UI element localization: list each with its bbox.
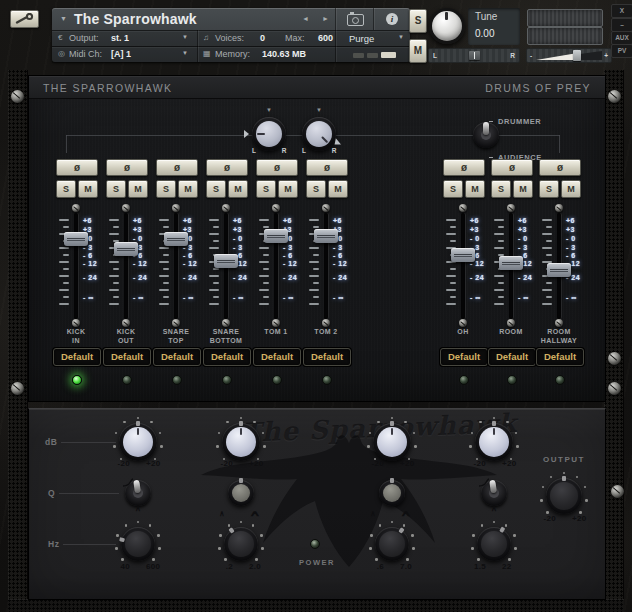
narrow-bell-icon: ∧ — [219, 509, 224, 518]
mute-button[interactable]: M — [328, 180, 348, 198]
fader-handle[interactable] — [114, 242, 138, 256]
solo-button[interactable]: S — [106, 180, 126, 198]
fader-tick — [263, 254, 269, 256]
default-button[interactable]: Default — [488, 348, 536, 366]
info-button[interactable]: i — [373, 8, 411, 30]
solo-button[interactable]: S — [443, 180, 463, 198]
default-button[interactable]: Default — [253, 348, 301, 366]
band3-q-knob[interactable] — [379, 480, 405, 506]
wrench-button[interactable] — [10, 10, 39, 28]
knob-dot — [508, 558, 511, 561]
fader-handle[interactable] — [314, 229, 338, 243]
phase-button[interactable]: ø — [156, 159, 198, 176]
fader-handle[interactable] — [547, 263, 571, 277]
fader-tick — [446, 303, 456, 305]
fader-tick — [209, 233, 219, 235]
volume-slider[interactable]: - + — [526, 48, 612, 63]
band4-freq-knob[interactable] — [477, 527, 511, 561]
gain-max-label: +20 — [146, 459, 174, 468]
tune-knob[interactable] — [429, 8, 465, 44]
band3-gain-knob[interactable] — [373, 423, 411, 461]
fader-handle[interactable] — [264, 229, 288, 243]
fader-handle[interactable] — [164, 232, 188, 246]
mute-button[interactable]: M — [278, 180, 298, 198]
freq-min-label: .2 — [205, 562, 233, 571]
band2-freq-knob[interactable] — [224, 527, 258, 561]
fader-tick — [263, 296, 269, 298]
knob-dot — [252, 524, 255, 527]
midi-dropdown-icon[interactable]: ▼ — [182, 50, 188, 56]
master-mute-button[interactable]: M — [409, 39, 427, 63]
fader-top-screw — [272, 204, 280, 212]
solo-button[interactable]: S — [156, 180, 176, 198]
close-button[interactable]: X — [611, 4, 632, 18]
fader-tick — [263, 226, 269, 228]
fader-handle[interactable] — [64, 232, 88, 246]
mute-button[interactable]: M — [178, 180, 198, 198]
tune-value: 0.00 — [475, 28, 494, 39]
band4-gain-knob[interactable] — [475, 423, 513, 461]
phase-button[interactable]: ø — [256, 159, 298, 176]
output-dropdown-icon[interactable]: ▼ — [182, 34, 188, 40]
solo-button[interactable]: S — [56, 180, 76, 198]
instrument-dropdown-icon[interactable]: ▼ — [60, 15, 67, 22]
fader-handle[interactable] — [214, 254, 238, 268]
phase-button[interactable]: ø — [443, 159, 485, 176]
default-button[interactable]: Default — [103, 348, 151, 366]
solo-button[interactable]: S — [256, 180, 276, 198]
pan-handle[interactable] — [469, 51, 480, 60]
mute-button[interactable]: M — [228, 180, 248, 198]
mute-button[interactable]: M — [78, 180, 98, 198]
knob-dot — [149, 524, 152, 527]
purge-button[interactable]: Purge — [349, 33, 374, 44]
prev-instrument-icon[interactable]: ◄ — [302, 15, 309, 22]
solo-button[interactable]: S — [206, 180, 226, 198]
default-button[interactable]: Default — [303, 348, 351, 366]
fader-handle[interactable] — [499, 256, 523, 270]
band1-freq-knob[interactable] — [121, 527, 155, 561]
minimize-button[interactable]: – — [611, 18, 632, 32]
output-knob[interactable] — [546, 478, 582, 514]
snapshot-button[interactable] — [335, 8, 374, 30]
mute-button[interactable]: M — [561, 180, 581, 198]
fader-handle[interactable] — [451, 248, 475, 262]
default-button[interactable]: Default — [440, 348, 488, 366]
mute-button[interactable]: M — [513, 180, 533, 198]
phase-button[interactable]: ø — [491, 159, 533, 176]
output-min-label: -20 — [528, 514, 556, 523]
purge-dropdown-icon[interactable]: ▼ — [398, 34, 404, 40]
output-value[interactable]: st. 1 — [111, 33, 129, 43]
solo-button[interactable]: S — [539, 180, 559, 198]
default-button[interactable]: Default — [53, 348, 101, 366]
mute-button[interactable]: M — [128, 180, 148, 198]
midi-value[interactable]: [A] 1 — [111, 49, 131, 59]
phase-button[interactable]: ø — [539, 159, 581, 176]
phase-button[interactable]: ø — [56, 159, 98, 176]
fader-top-screw — [172, 204, 180, 212]
phase-button[interactable]: ø — [206, 159, 248, 176]
fader-scale-label: - 24 — [283, 274, 297, 281]
knob-nub — [228, 527, 234, 533]
master-solo-button[interactable]: S — [409, 9, 427, 33]
band3-freq-knob[interactable] — [375, 527, 409, 561]
band1-gain-knob[interactable] — [119, 423, 157, 461]
mute-button[interactable]: M — [465, 180, 485, 198]
solo-button[interactable]: S — [491, 180, 511, 198]
band2-gain-knob[interactable] — [222, 423, 260, 461]
aux-button[interactable]: AUX — [611, 31, 632, 45]
band2-q-knob[interactable] — [228, 480, 254, 506]
pv-button[interactable]: PV — [611, 44, 632, 58]
volume-handle[interactable] — [573, 50, 581, 61]
default-button[interactable]: Default — [203, 348, 251, 366]
fader-tick — [163, 268, 169, 270]
phase-button[interactable]: ø — [306, 159, 348, 176]
phase-button[interactable]: ø — [106, 159, 148, 176]
next-instrument-icon[interactable]: ► — [322, 15, 329, 22]
fader-scale-label: - 6 — [283, 252, 293, 259]
rail-screw — [11, 382, 24, 395]
fader-tick — [309, 261, 319, 263]
default-button[interactable]: Default — [153, 348, 201, 366]
default-button[interactable]: Default — [536, 348, 584, 366]
pan-slider[interactable]: L R — [428, 48, 520, 63]
solo-button[interactable]: S — [306, 180, 326, 198]
